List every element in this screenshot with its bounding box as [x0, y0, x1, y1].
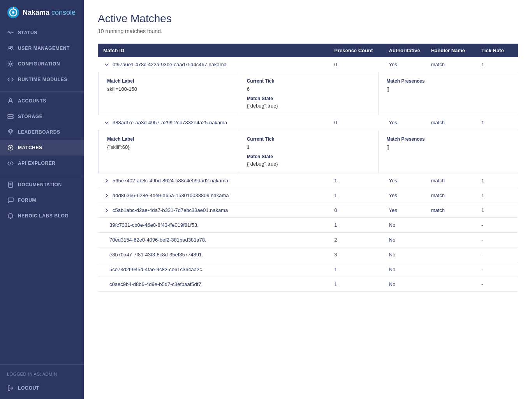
- sidebar-item-user-management[interactable]: USER MANAGEMENT: [0, 41, 84, 56]
- sidebar-item-api-explorer[interactable]: API EXPLORER: [0, 155, 84, 171]
- logout-icon: [7, 385, 14, 392]
- authoritative: Yes: [384, 115, 426, 130]
- matches-icon: [7, 144, 14, 151]
- table-header-row: Match ID Presence Count Authoritative Ha…: [98, 44, 518, 57]
- svg-line-16: [10, 161, 11, 165]
- presence-count: 1: [329, 262, 383, 277]
- trophy-icon: [7, 129, 14, 136]
- sidebar-item-runtime-modules[interactable]: RUNTIME MODULES: [0, 72, 84, 87]
- sidebar-item-leaderboards[interactable]: LEADERBOARDS: [0, 124, 84, 140]
- expand-button[interactable]: [103, 194, 110, 198]
- settings-icon: [7, 60, 14, 67]
- tick-rate: -: [476, 233, 518, 247]
- users-icon: [7, 45, 14, 52]
- table-row: 388adf7e-aa3d-4957-a299-2cb7832e4a25.nak…: [98, 115, 518, 130]
- expand-button[interactable]: [103, 121, 110, 125]
- match-id-cell: add86366-628e-4de9-a65a-158010038809.nak…: [98, 188, 329, 203]
- sidebar-item-accounts[interactable]: ACCOUNTS: [0, 93, 84, 109]
- header-match-id: Match ID: [98, 44, 329, 57]
- storage-icon: [7, 113, 14, 120]
- table-row: e8b70a47-7f81-43f3-8c8d-35ef35774891.3No…: [98, 247, 518, 262]
- match-id: 388adf7e-aa3d-4957-a299-2cb7832e4a25.nak…: [113, 120, 227, 125]
- authoritative: Yes: [384, 173, 426, 188]
- handler-name: [426, 233, 476, 247]
- user-icon: [7, 97, 14, 104]
- table-row: c0aec9b4-d8b6-4d9e-b5d7-c3efbaaf5df7.1No…: [98, 277, 518, 292]
- presence-count: 2: [329, 233, 383, 247]
- match-id: e8b70a47-7f81-43f3-8c8d-35ef35774891.: [98, 247, 329, 262]
- authoritative: No: [384, 218, 426, 233]
- sidebar-item-forum[interactable]: FORUM: [0, 192, 84, 208]
- sidebar-bottom: LOGGED IN AS: ADMIN LOGOUT: [0, 364, 84, 399]
- logo: Nakama console: [0, 0, 84, 25]
- presence-count: 0: [329, 57, 383, 72]
- table-row: c5ab1abc-d2ae-4da7-b331-7d7ebc33ae01.nak…: [98, 203, 518, 218]
- match-id: c5ab1abc-d2ae-4da7-b331-7d7ebc33ae01.nak…: [113, 207, 228, 213]
- header-handler-name: Handler Name: [426, 44, 476, 57]
- match-id-cell: 565e7402-ab8c-49bd-8624-b88c4e09dad2.nak…: [98, 173, 329, 188]
- table-row: 70ed3154-62e0-4096-bef2-381bad381a78.2No…: [98, 233, 518, 247]
- page-subtitle: 10 running matches found.: [98, 28, 518, 34]
- detail-match-label: Match Label {"skill":60}: [99, 130, 239, 173]
- sidebar-item-configuration[interactable]: CONFIGURATION: [0, 56, 84, 72]
- svg-point-5: [11, 46, 13, 48]
- presence-count: 1: [329, 188, 383, 203]
- handler-name: match: [426, 57, 476, 72]
- bell-icon: [7, 212, 14, 219]
- svg-point-10: [12, 115, 13, 116]
- match-id-cell: c5ab1abc-d2ae-4da7-b331-7d7ebc33ae01.nak…: [98, 203, 329, 218]
- tick-rate: -: [476, 277, 518, 292]
- table-row: 0f97a6e1-478c-422a-93be-caad75d4c467.nak…: [98, 57, 518, 72]
- header-tick-rate: Tick Rate: [476, 44, 518, 57]
- svg-point-4: [9, 46, 11, 48]
- match-id: 39fc7331-cb0e-46e8-8f43-ffe019f81f53.: [98, 218, 329, 233]
- tick-rate: -: [476, 247, 518, 262]
- match-id-cell: 388adf7e-aa3d-4957-a299-2cb7832e4a25.nak…: [98, 115, 329, 130]
- sidebar-item-heroic-labs-blog[interactable]: HEROIC LABS BLOG: [0, 208, 84, 224]
- detail-presences: Match Presences []: [379, 72, 518, 115]
- authoritative: Yes: [384, 188, 426, 203]
- detail-row: Match Label skill=100-150 Current Tick 6…: [98, 72, 518, 116]
- handler-name: match: [426, 173, 476, 188]
- sidebar-item-status[interactable]: STATUS: [0, 25, 84, 41]
- sidebar-item-matches[interactable]: MATCHES: [0, 140, 84, 155]
- handler-name: match: [426, 188, 476, 203]
- sidebar-item-storage[interactable]: STORAGE: [0, 109, 84, 124]
- detail-presences: Match Presences []: [379, 130, 518, 173]
- header-presence-count: Presence Count: [329, 44, 383, 57]
- expand-button[interactable]: [103, 179, 110, 183]
- main-content: Active Matches 10 running matches found.…: [84, 0, 532, 399]
- table-row: 5ce73d2f-945d-4fae-9c82-ce61c364aa2c.1No…: [98, 262, 518, 277]
- expand-button[interactable]: [103, 63, 110, 67]
- authoritative: No: [384, 233, 426, 247]
- sidebar-item-logout[interactable]: LOGOUT: [0, 380, 84, 396]
- svg-point-15: [10, 147, 12, 149]
- presence-count: 1: [329, 218, 383, 233]
- match-id: 565e7402-ab8c-49bd-8624-b88c4e09dad2.nak…: [113, 178, 228, 184]
- table-row: 39fc7331-cb0e-46e8-8f43-ffe019f81f53.1No…: [98, 218, 518, 233]
- tick-rate: -: [476, 218, 518, 233]
- handler-name: match: [426, 115, 476, 130]
- activity-icon: [7, 29, 14, 36]
- presence-count: 3: [329, 247, 383, 262]
- expand-button[interactable]: [103, 208, 110, 212]
- tick-rate: -: [476, 262, 518, 277]
- presence-count: 1: [329, 173, 383, 188]
- svg-point-6: [10, 63, 12, 65]
- detail-tick-state: Current Tick 1 Match State {"debug":true…: [239, 130, 379, 173]
- table-row: 565e7402-ab8c-49bd-8624-b88c4e09dad2.nak…: [98, 173, 518, 188]
- logo-icon: [7, 6, 19, 19]
- doc-icon: [7, 181, 14, 188]
- tick-rate: 1: [476, 203, 518, 218]
- svg-point-7: [9, 99, 12, 101]
- code-icon: [7, 76, 14, 83]
- match-id: 70ed3154-62e0-4096-bef2-381bad381a78.: [98, 233, 329, 247]
- handler-name: [426, 218, 476, 233]
- sidebar-nav: STATUS USER MANAGEMENT CONFI: [0, 25, 84, 364]
- handler-name: [426, 277, 476, 292]
- chat-icon: [7, 197, 14, 204]
- authoritative: Yes: [384, 57, 426, 72]
- logo-text: Nakama console: [23, 9, 76, 17]
- presence-count: 1: [329, 277, 383, 292]
- sidebar-item-documentation[interactable]: DOCUMENTATION: [0, 177, 84, 192]
